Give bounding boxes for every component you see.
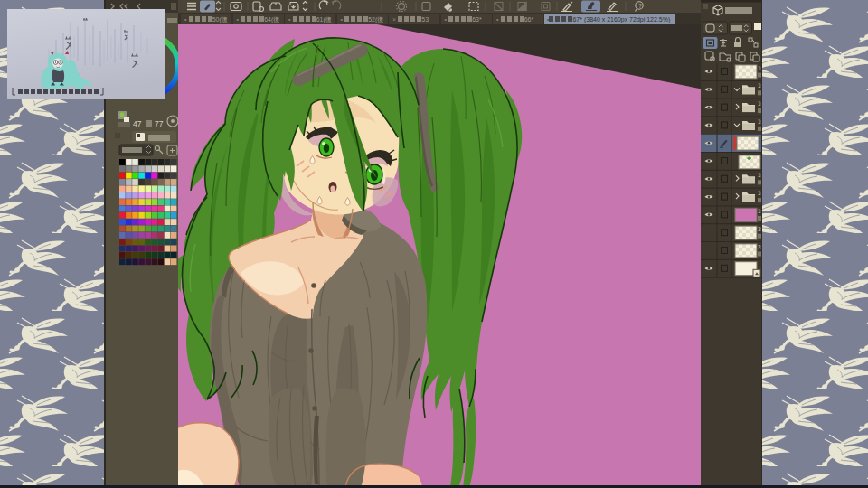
svg-text:77: 77 [155,119,164,128]
svg-text:47: 47 [133,119,142,128]
svg-text:?: ? [638,3,642,9]
